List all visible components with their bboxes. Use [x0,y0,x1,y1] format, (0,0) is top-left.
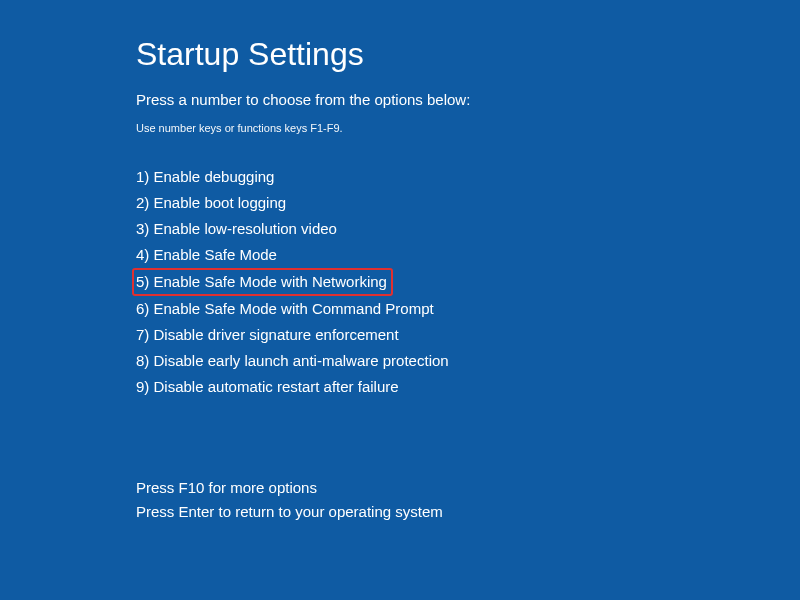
option-6[interactable]: 6) Enable Safe Mode with Command Prompt [136,297,434,321]
subtitle-text: Press a number to choose from the option… [136,91,800,108]
option-5[interactable]: 5) Enable Safe Mode with Networking [132,268,393,296]
footer-line-1: Press F10 for more options [136,476,800,500]
option-2[interactable]: 2) Enable boot logging [136,191,286,215]
option-8[interactable]: 8) Disable early launch anti-malware pro… [136,349,449,373]
option-3[interactable]: 3) Enable low-resolution video [136,217,337,241]
option-9[interactable]: 9) Disable automatic restart after failu… [136,375,399,399]
startup-settings-screen: Startup Settings Press a number to choos… [0,0,800,524]
options-list: 1) Enable debugging 2) Enable boot loggi… [136,164,800,400]
option-1[interactable]: 1) Enable debugging [136,165,274,189]
footer-line-2: Press Enter to return to your operating … [136,500,800,524]
option-7[interactable]: 7) Disable driver signature enforcement [136,323,399,347]
instruction-text: Use number keys or functions keys F1-F9. [136,122,800,134]
option-4[interactable]: 4) Enable Safe Mode [136,243,277,267]
page-title: Startup Settings [136,36,800,73]
